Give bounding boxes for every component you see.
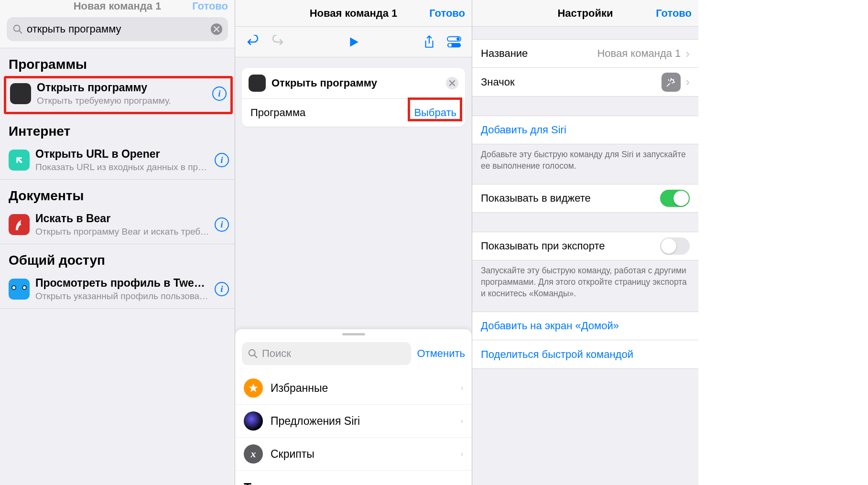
info-icon[interactable]: i [212,86,227,101]
launchpad-icon [249,75,266,92]
bg-title: Новая команда 1 [74,0,162,12]
search-icon [248,348,258,359]
show-on-export-label: Показывать при экспорте [481,240,605,252]
chevron-right-icon: › [461,417,463,425]
bear-icon [9,214,30,235]
sheet-row-label: Скрипты [271,448,315,461]
chevron-down-icon[interactable]: ⌄ [452,479,463,485]
chevron-right-icon: › [461,384,463,392]
result-text: Просмотреть профиль в Tweet… Открыть ука… [30,277,211,302]
launchpad-icon [10,83,31,104]
background-header: Новая команда 1 Готово [0,0,235,12]
chevron-right-icon: › [685,75,690,89]
result-subtitle: Показать URL из входных данных в прог… [35,162,211,172]
result-tweetbot-profile[interactable]: Просмотреть профиль в Tweet… Открыть ука… [0,272,235,309]
settings-panel: Настройки Готово Название Новая команда … [472,0,698,485]
settings-body: Название Новая команда 1 › Значок › Доба… [472,27,698,485]
result-text: Открыть программу Открыть требуемую прог… [31,81,208,106]
svg-line-1 [19,31,22,33]
param-label: Программа [250,107,305,119]
done-button[interactable]: Готово [656,7,692,20]
action-header: Открыть программу [242,68,465,98]
editor-header: Новая команда 1 Готово [235,0,472,27]
add-to-siri-row[interactable]: Добавить для Siri [472,116,698,144]
group-title: Программы [0,48,235,76]
result-text: Открыть URL в Opener Показать URL из вхо… [30,148,211,172]
chevron-right-icon: › [461,450,463,458]
script-icon: x [244,444,263,463]
group-title: Документы [0,180,235,207]
sheet-row-scripts[interactable]: x Скрипты › [235,438,472,471]
share-shortcut-row[interactable]: Поделиться быстрой командой [472,340,698,369]
page-title: Новая команда 1 [310,7,398,20]
add-to-siri-label: Добавить для Siri [481,124,566,136]
name-value: Новая команда 1 [597,47,681,60]
editor-panel: Новая команда 1 Готово Отк [235,0,472,485]
action-param-row[interactable]: Программа Выбрать [242,98,465,127]
name-row[interactable]: Название Новая команда 1 › [472,39,698,68]
sheet-handle[interactable] [342,333,365,335]
result-search-bear[interactable]: Искать в Bear Открыть программу Bear и и… [0,207,235,244]
show-in-widget-label: Показывать в виджете [481,192,591,205]
result-title: Открыть программу [37,81,208,94]
icon-row[interactable]: Значок › [472,68,698,97]
sheet-row-label: Предложения Siri [271,415,360,428]
show-in-widget-switch[interactable] [660,190,690,207]
siri-icon [244,411,263,431]
page-title: Настройки [557,7,613,20]
sheet-search-row: Поиск Отменить [235,339,472,372]
redo-button[interactable] [271,35,285,49]
result-subtitle: Открыть требуемую программу. [37,96,208,106]
group-title: Общий доступ [0,244,235,272]
export-note: Запускайте эту быструю команду, работая … [472,260,698,299]
sheet-row-siri[interactable]: Предложения Siri › [235,405,472,438]
add-to-home-label: Добавить на экран «Домой» [481,320,619,332]
play-button[interactable] [347,35,361,49]
bg-done: Готово [192,0,228,12]
result-open-url-opener[interactable]: Открыть URL в Opener Показать URL из вхо… [0,143,235,180]
info-icon[interactable]: i [215,282,229,296]
share-shortcut-label: Поделиться быстрой командой [481,348,633,361]
name-label: Название [481,47,528,60]
icon-label: Значок [481,76,515,88]
search-input[interactable] [23,23,211,35]
settings-header: Настройки Готово [472,0,698,27]
result-title: Искать в Bear [35,212,211,225]
delete-action-button[interactable] [446,77,458,89]
group-title: Интернет [0,115,235,143]
svg-point-3 [456,37,460,41]
chevron-right-icon: › [685,46,690,61]
siri-note: Добавьте эту быструю команду для Siri и … [472,144,698,172]
settings-toggle-button[interactable] [447,35,461,49]
info-icon[interactable]: i [215,217,229,232]
undo-button[interactable] [246,35,260,49]
result-subtitle: Открыть указанный профиль пользовате… [35,291,211,302]
editor-body: Открыть программу Программа Выбрать Поис… [235,57,472,485]
actions-search-panel: Новая команда 1 Готово Программы Открыть… [0,0,235,485]
result-subtitle: Открыть программу Bear и искать требу… [35,226,211,237]
clear-search-button[interactable] [211,23,222,35]
tweetbot-icon [9,279,30,300]
add-to-home-row[interactable]: Добавить на экран «Домой» [472,312,698,340]
action-card-open-app: Открыть программу Программа Выбрать [242,68,465,127]
result-text: Искать в Bear Открыть программу Bear и и… [30,212,211,237]
search-field[interactable] [7,17,228,41]
show-on-export-row: Показывать при экспорте [472,232,698,260]
star-icon [244,378,263,398]
result-open-app[interactable]: Открыть программу Открыть требуемую прог… [4,76,233,114]
done-button[interactable]: Готово [429,7,465,20]
result-title: Открыть URL в Opener [35,148,211,161]
sheet-cancel-button[interactable]: Отменить [417,347,465,360]
info-icon[interactable]: i [215,153,229,167]
param-choose-button[interactable]: Выбрать [414,107,456,119]
sheet-search-placeholder: Поиск [262,347,291,360]
sheet-search-field[interactable]: Поиск [242,342,411,365]
show-on-export-switch[interactable] [660,237,690,255]
action-title: Открыть программу [271,77,377,89]
show-in-widget-row: Показывать в виджете [472,184,698,213]
sheet-row-label: Избранные [271,382,328,395]
sheet-row-favorites[interactable]: Избранные › [235,372,472,405]
share-button[interactable] [422,35,436,49]
action-library-sheet: Поиск Отменить Избранные › Предложения S… [235,329,472,485]
sheet-section-title: Типы содержимого [235,471,371,485]
